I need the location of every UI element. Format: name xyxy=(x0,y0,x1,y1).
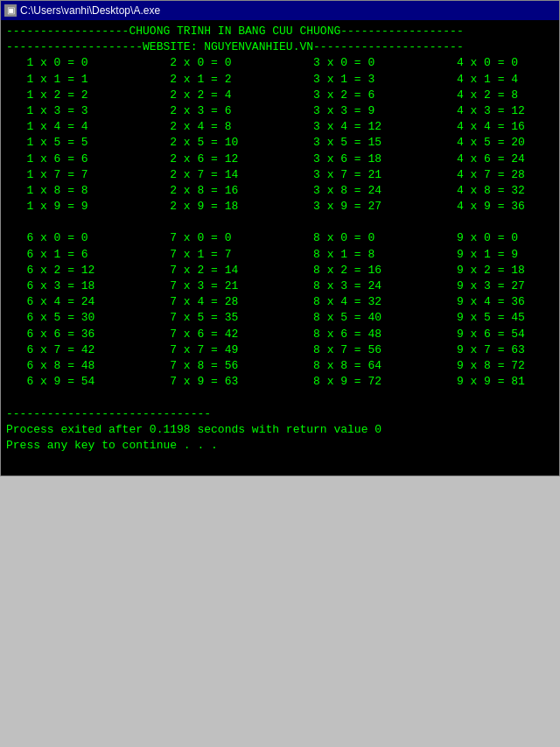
desktop-area xyxy=(0,476,560,747)
window-icon: ▣ xyxy=(4,4,17,17)
console-output: ------------------CHUONG TRINH IN BANG C… xyxy=(1,20,559,476)
console-window: ▣ C:\Users\vanhi\Desktop\A.exe ---------… xyxy=(0,0,560,476)
window-title: C:\Users\vanhi\Desktop\A.exe xyxy=(20,4,160,17)
title-bar: ▣ C:\Users\vanhi\Desktop\A.exe xyxy=(1,1,559,20)
